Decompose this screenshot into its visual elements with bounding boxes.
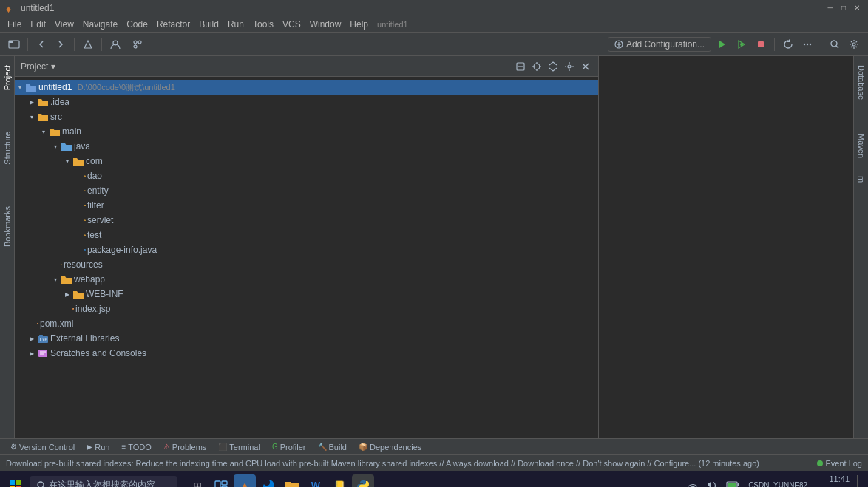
toolbar-stop-button[interactable] — [753, 36, 769, 52]
tree-item-index-jsp[interactable]: JSP index.jsp — [15, 302, 598, 316]
tree-item-dao[interactable]: dao — [15, 168, 598, 183]
panel-expand-icon[interactable] — [546, 60, 560, 73]
panel-close-icon[interactable] — [579, 60, 592, 73]
tree-item-com[interactable]: ▾ com — [15, 154, 598, 168]
project-label: Project — [21, 61, 48, 72]
tree-item-package-info[interactable]: J package-info.java — [15, 242, 598, 257]
tree-item-external-libraries[interactable]: ▶ lib External Libraries — [15, 331, 598, 346]
tree-item-java[interactable]: ▾ java — [15, 139, 598, 154]
tree-item-webapp[interactable]: ▾ webapp — [15, 272, 598, 287]
right-sidebar-tab-m[interactable]: m — [855, 170, 868, 189]
tray-volume-icon[interactable] — [704, 479, 720, 488]
toolbar-reload-icon[interactable] — [780, 36, 796, 52]
idea-label: .idea — [50, 97, 69, 107]
toolbar-settings-icon[interactable] — [846, 36, 862, 52]
tree-item-servlet[interactable]: servlet — [15, 213, 598, 228]
toolbar-profile-icon[interactable] — [107, 36, 123, 52]
java-folder-icon — [61, 140, 72, 152]
panel-settings-icon[interactable] — [563, 60, 576, 73]
toolbar-forward-icon[interactable] — [52, 36, 69, 52]
panel-collapse-all-icon[interactable] — [514, 60, 527, 73]
taskbar-start-button[interactable] — [4, 474, 27, 488]
editor-area — [599, 56, 853, 438]
bottom-tab-profiler[interactable]: G Profiler — [268, 441, 311, 453]
bottom-tab-version-control[interactable]: ⚙ Version Control — [6, 441, 79, 453]
toolbar-vcs-icon[interactable] — [129, 36, 146, 52]
tree-item-pom-xml[interactable]: XML pom.xml — [15, 316, 598, 331]
menu-run[interactable]: Run — [223, 18, 248, 31]
toolbar-search-everywhere-icon[interactable] — [827, 36, 843, 52]
menu-help[interactable]: Help — [345, 18, 373, 31]
menu-project-name[interactable]: untitled1 — [373, 18, 413, 30]
tree-item-entity[interactable]: entity — [15, 183, 598, 198]
tree-item-test[interactable]: test — [15, 228, 598, 242]
taskbar-app-word[interactable]: W — [305, 474, 327, 488]
toolbar-project-icon[interactable] — [6, 36, 22, 52]
toolbar-build-icon[interactable] — [80, 36, 96, 52]
menu-edit[interactable]: Edit — [26, 18, 50, 31]
bottom-tab-terminal[interactable]: ⬛ Terminal — [214, 441, 265, 453]
tree-item-root[interactable]: ▾ untitled1 D:\000code\0测试\untitled1 — [15, 80, 598, 95]
menu-window[interactable]: Window — [305, 18, 346, 31]
right-sidebar-tab-maven[interactable]: Maven — [855, 128, 868, 164]
build-icon: 🔨 — [318, 443, 327, 451]
sidebar-tab-project[interactable]: Project — [1, 59, 14, 96]
tree-item-resources[interactable]: resources — [15, 257, 598, 272]
menu-vcs[interactable]: VCS — [278, 18, 305, 31]
right-sidebar-tab-database[interactable]: Database — [855, 59, 868, 106]
toolbar-back-icon[interactable] — [33, 36, 50, 52]
close-button[interactable]: ✕ — [852, 3, 862, 13]
project-panel-title-btn[interactable]: Project ▾ — [21, 61, 55, 72]
tray-battery-icon[interactable] — [723, 479, 742, 488]
bottom-tab-run[interactable]: ▶ Run — [82, 441, 114, 453]
clock-time: 11:41 — [818, 474, 850, 485]
taskbar-app-notepad[interactable]: 📒 — [328, 474, 350, 488]
maximize-button[interactable]: □ — [838, 3, 849, 13]
bottom-tab-build[interactable]: 🔨 Build — [313, 441, 351, 453]
tray-network-icon[interactable] — [685, 479, 701, 488]
add-configuration-button[interactable]: Add Configuration... — [608, 37, 711, 52]
menu-tools[interactable]: Tools — [248, 18, 278, 31]
taskbar-app-cortana[interactable]: ⊞ — [186, 474, 208, 488]
arrow-idea: ▶ — [27, 97, 37, 107]
add-configuration-label: Add Configuration... — [626, 39, 705, 50]
menu-build[interactable]: Build — [194, 18, 223, 31]
menu-code[interactable]: Code — [122, 18, 152, 31]
filter-label: filter — [87, 200, 104, 211]
menu-navigate[interactable]: Navigate — [78, 18, 122, 31]
terminal-label: Terminal — [229, 443, 260, 452]
menu-view[interactable]: View — [50, 18, 78, 31]
toolbar-more-icon[interactable] — [799, 36, 816, 52]
tree-item-scratches[interactable]: ▶ Scratches and Consoles — [15, 346, 598, 361]
taskbar-app-task-view[interactable] — [210, 474, 232, 488]
taskbar-app-python[interactable] — [352, 474, 374, 488]
minimize-button[interactable]: ─ — [825, 3, 835, 13]
bottom-tab-problems[interactable]: ⚠ Problems — [159, 441, 211, 453]
menu-file[interactable]: File — [3, 18, 26, 31]
file-tree[interactable]: ▾ untitled1 D:\000code\0测试\untitled1 ▶ .… — [15, 77, 598, 438]
menu-bar: File Edit View Navigate Code Refactor Bu… — [0, 16, 868, 33]
bottom-toolbar: ⚙ Version Control ▶ Run ≡ TODO ⚠ Problem… — [0, 438, 868, 454]
tree-item-src[interactable]: ▾ src — [15, 109, 598, 124]
sidebar-tab-bookmarks[interactable]: Bookmarks — [1, 200, 14, 253]
taskbar-app-edge[interactable] — [257, 474, 279, 488]
tree-item-idea[interactable]: ▶ .idea — [15, 95, 598, 109]
toolbar-run-button[interactable] — [714, 36, 730, 52]
tree-item-filter[interactable]: filter — [15, 198, 598, 213]
tree-item-main[interactable]: ▾ main — [15, 124, 598, 139]
bottom-tab-dependencies[interactable]: 📦 Dependencies — [354, 441, 426, 453]
tray-show-desktop[interactable] — [857, 475, 864, 488]
taskbar-search-bar[interactable]: 在这里输入您想搜索的内容 — [30, 476, 177, 487]
panel-locate-icon[interactable] — [530, 60, 543, 73]
toolbar-debug-button[interactable] — [733, 36, 750, 52]
taskbar-app-intellij[interactable]: ♦ — [234, 474, 256, 488]
tree-item-webinf[interactable]: ▶ WEB-INF — [15, 287, 598, 302]
taskbar-tray: CSDN_YUNNE82 11:41 2022/6/3 — [685, 474, 864, 487]
event-log-dot — [817, 460, 823, 466]
bottom-tab-todo[interactable]: ≡ TODO — [117, 441, 155, 453]
taskbar-app-explorer[interactable] — [281, 474, 303, 488]
menu-refactor[interactable]: Refactor — [152, 18, 194, 31]
sidebar-tab-structure[interactable]: Structure — [1, 126, 14, 171]
svg-rect-49 — [215, 481, 220, 488]
event-log-button[interactable]: Event Log — [817, 459, 862, 468]
